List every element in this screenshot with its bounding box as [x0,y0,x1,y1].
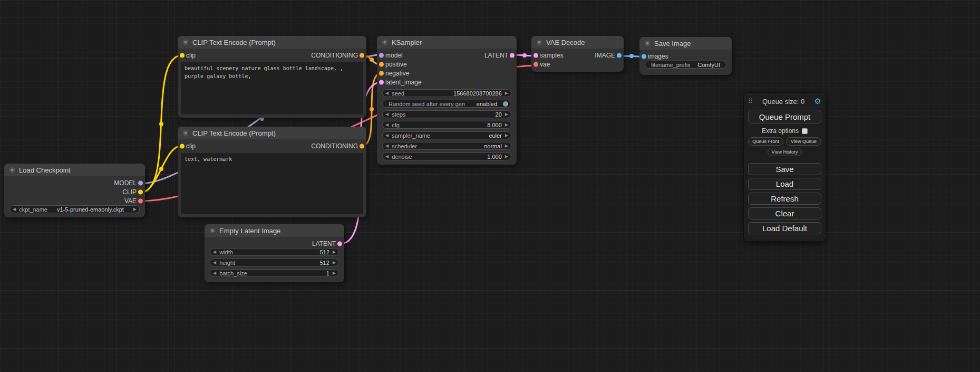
port-latent-output[interactable] [337,241,342,246]
collapse-dot-icon[interactable] [210,228,215,233]
increment-arrow-icon[interactable]: ▶ [505,112,508,117]
increment-arrow-icon[interactable]: ▶ [333,261,336,265]
steps-widget[interactable]: ◀ steps 20 ▶ [382,110,511,118]
increment-arrow-icon[interactable]: ▶ [505,91,508,96]
port-latent-image-input[interactable] [379,80,384,84]
increment-arrow-icon[interactable]: ▶ [133,207,137,212]
node-empty-latent-image[interactable]: Empty Latent Image LATENT ◀ width 512 ▶ … [205,224,344,282]
node-title-bar[interactable]: Load Checkpoint [4,164,145,176]
node-vae-decode[interactable]: VAE Decode samples IMAGE vae [531,36,624,72]
collapse-dot-icon[interactable] [537,40,542,45]
port-clip-output[interactable] [138,189,143,194]
port-model-output[interactable] [138,180,143,185]
collapse-dot-icon[interactable] [183,130,188,136]
extra-options-checkbox[interactable] [802,128,808,134]
node-title: Load Checkpoint [19,166,71,174]
node-title-bar[interactable]: Empty Latent Image [205,224,344,237]
port-vae-input[interactable] [533,62,538,66]
decrement-arrow-icon[interactable]: ◀ [13,207,16,212]
node-clip-text-encode-negative[interactable]: CLIP Text Encode (Prompt) clip CONDITION… [178,127,366,217]
slot-row: clip CONDITIONING [178,141,366,150]
sampler-name-widget[interactable]: ◀ sampler_name euler ▶ [382,131,511,139]
decrement-arrow-icon[interactable]: ◀ [385,155,389,159]
save-button[interactable]: Save [748,163,821,175]
slot-row: samples IMAGE [531,51,624,60]
refresh-button[interactable]: Refresh [748,193,821,205]
collapse-dot-icon[interactable] [9,167,15,173]
height-widget[interactable]: ◀ height 512 ▶ [210,259,339,266]
output-label-image: IMAGE [595,52,615,59]
increment-arrow-icon[interactable]: ▶ [333,250,336,254]
seed-widget[interactable]: ◀ seed 156680208700286 ▶ [382,89,511,97]
view-queue-button[interactable]: View Queue [786,137,821,146]
node-save-image[interactable]: Save Image images filename_prefix ComfyU… [639,37,732,75]
slot-row: latent_image [377,78,517,87]
scheduler-widget[interactable]: ◀ scheduler normal ▶ [382,142,511,150]
node-load-checkpoint[interactable]: Load Checkpoint MODEL CLIP VAE ◀ ckpt_na… [4,164,145,217]
queue-prompt-button[interactable]: Queue Prompt [748,110,821,123]
port-positive-input[interactable] [379,62,384,66]
prompt-text-input[interactable]: beautiful scenery nature glass bottle la… [181,62,363,115]
port-conditioning-output[interactable] [360,53,364,58]
slot-row: VAE [4,196,145,205]
node-title-bar[interactable]: CLIP Text Encode (Prompt) [178,36,366,49]
ckpt-name-widget[interactable]: ◀ ckpt_name v1-5-pruned-emaonly.ckpt ▶ [9,205,140,213]
collapse-dot-icon[interactable] [183,40,188,45]
node-title-bar[interactable]: KSampler [377,36,517,49]
increment-arrow-icon[interactable]: ▶ [505,133,508,138]
port-image-output[interactable] [617,53,622,58]
input-label-positive: positive [385,61,407,68]
graph-canvas[interactable]: Load Checkpoint MODEL CLIP VAE ◀ ckpt_na… [0,0,980,372]
collapse-dot-icon[interactable] [382,40,387,45]
input-label-clip: clip [186,52,196,59]
widget-value: v1-5-pruned-emaonly.ckpt [57,206,124,213]
port-negative-input[interactable] [379,71,384,75]
collapse-dot-icon[interactable] [645,41,650,46]
load-default-button[interactable]: Load Default [748,222,821,234]
port-clip-input[interactable] [180,53,185,58]
increment-arrow-icon[interactable]: ▶ [505,155,508,159]
node-title-bar[interactable]: VAE Decode [531,36,624,49]
decrement-arrow-icon[interactable]: ◀ [213,261,216,265]
node-ksampler[interactable]: KSampler model LATENT positive negative … [377,36,517,165]
clear-button[interactable]: Clear [748,207,821,220]
widget-value: 156680208700286 [453,90,502,97]
port-samples-input[interactable] [533,53,538,58]
width-widget[interactable]: ◀ width 512 ▶ [210,248,339,256]
widget-value: 20 [496,111,502,118]
cfg-widget[interactable]: ◀ cfg 8.000 ▶ [382,121,511,129]
toggle-dot[interactable] [503,101,508,107]
queue-front-button[interactable]: Queue Front [748,137,783,146]
load-button[interactable]: Load [748,178,821,190]
view-history-button[interactable]: View History [768,148,802,156]
decrement-arrow-icon[interactable]: ◀ [385,91,389,96]
increment-arrow-icon[interactable]: ▶ [505,144,508,148]
link-midpoint-dot [159,122,163,126]
node-title-bar[interactable]: Save Image [639,37,732,50]
filename-prefix-widget[interactable]: filename_prefix ComfyUI [645,61,726,69]
port-vae-output[interactable] [138,198,143,203]
decrement-arrow-icon[interactable]: ◀ [213,271,216,275]
port-images-input[interactable] [642,54,646,59]
decrement-arrow-icon[interactable]: ◀ [385,144,389,148]
port-clip-input[interactable] [180,144,185,148]
increment-arrow-icon[interactable]: ▶ [505,123,508,127]
batch-size-widget[interactable]: ◀ batch_size 1 ▶ [210,269,339,277]
widget-label: scheduler [392,143,417,149]
port-model-input[interactable] [379,53,384,58]
random-seed-toggle-widget[interactable]: Random seed after every gen enabled [382,100,511,108]
decrement-arrow-icon[interactable]: ◀ [213,250,216,254]
node-clip-text-encode-positive[interactable]: CLIP Text Encode (Prompt) clip CONDITION… [178,36,366,118]
port-latent-output[interactable] [510,53,515,58]
port-conditioning-output[interactable] [360,144,364,148]
decrement-arrow-icon[interactable]: ◀ [385,123,389,127]
node-title-bar[interactable]: CLIP Text Encode (Prompt) [178,127,366,139]
settings-gear-icon[interactable]: ⚙ [814,97,821,106]
decrement-arrow-icon[interactable]: ◀ [385,112,389,117]
increment-arrow-icon[interactable]: ▶ [333,271,336,275]
widget-value: 1.000 [487,154,502,160]
drag-handle-icon[interactable]: ⠿ [748,98,753,105]
decrement-arrow-icon[interactable]: ◀ [385,133,389,138]
prompt-text-input[interactable]: text, watermark [181,153,363,214]
denoise-widget[interactable]: ◀ denoise 1.000 ▶ [382,152,511,160]
